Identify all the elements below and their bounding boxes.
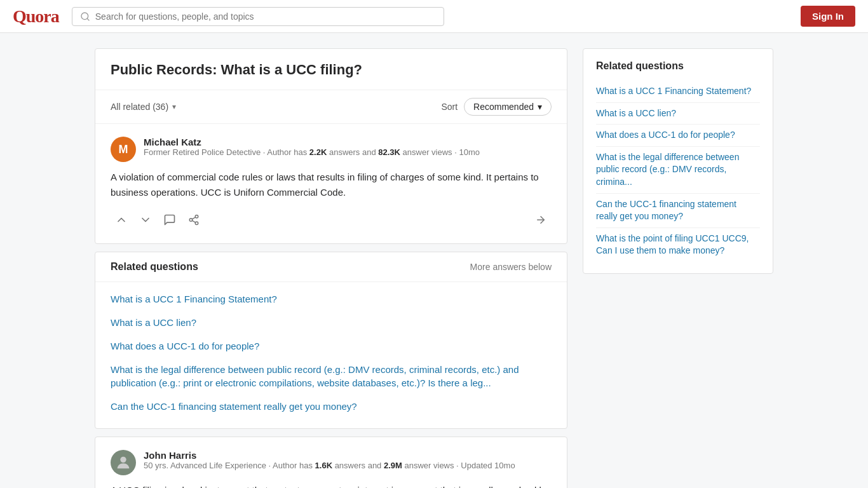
sort-section: Sort Recommended ▾: [441, 98, 552, 116]
sidebar-card: Related questions What is a UCC 1 Financ…: [583, 48, 773, 274]
person-icon: [114, 454, 132, 471]
page-container: Public Records: What is a UCC filing? Al…: [85, 33, 783, 488]
answer-actions: [111, 209, 552, 231]
author-name-2[interactable]: John Harris: [144, 450, 552, 461]
sort-bar: All related (36) ▾ Sort Recommended ▾: [95, 90, 567, 124]
upvote-icon: [115, 214, 128, 226]
quora-logo[interactable]: Quora: [13, 6, 59, 27]
sidebar-link[interactable]: What is a UCC lien?: [596, 103, 760, 125]
avatar: M: [111, 137, 136, 162]
question-title-section: Public Records: What is a UCC filing?: [95, 49, 567, 90]
author-name[interactable]: Michael Katz: [144, 137, 552, 147]
question-title: Public Records: What is a UCC filing?: [111, 62, 552, 78]
downvote-icon: [139, 214, 152, 226]
answer-card-2: John Harris 50 yrs. Advanced Life Experi…: [95, 437, 567, 488]
related-inline-link[interactable]: What is the legal difference between pub…: [111, 358, 552, 395]
related-inline-title: Related questions: [111, 261, 198, 273]
sidebar-link[interactable]: What is a UCC 1 Financing Statement?: [596, 81, 760, 103]
related-inline-link[interactable]: What is a UCC 1 Financing Statement?: [111, 287, 552, 311]
related-inline-card: Related questions More answers below Wha…: [95, 252, 567, 429]
chevron-down-icon: ▾: [538, 102, 542, 112]
upvote-button[interactable]: [111, 209, 132, 231]
svg-line-1: [87, 18, 89, 20]
author-meta-2: 50 yrs. Advanced Life Experience · Autho…: [144, 461, 552, 470]
header: Quora Sign In: [0, 0, 868, 33]
downvote-button[interactable]: [135, 209, 156, 231]
main-content: Public Records: What is a UCC filing? Al…: [95, 48, 567, 488]
forward-icon: [535, 214, 546, 226]
chevron-down-icon: ▾: [172, 102, 176, 111]
all-related-toggle[interactable]: All related (36) ▾: [111, 102, 176, 112]
answer-text-2a: A UCC filing is a legal instrument that …: [111, 483, 552, 488]
sidebar-related-title: Related questions: [596, 60, 760, 72]
svg-point-8: [120, 457, 126, 463]
sidebar-link[interactable]: What is the legal difference between pub…: [596, 147, 760, 194]
svg-line-6: [192, 217, 195, 219]
sidebar-link[interactable]: Can the UCC-1 financing statement really…: [596, 194, 760, 228]
share-icon: [188, 214, 200, 226]
author-info-2: John Harris 50 yrs. Advanced Life Experi…: [144, 450, 552, 470]
related-inline-link[interactable]: Can the UCC-1 financing statement really…: [111, 395, 552, 418]
sidebar-link[interactable]: What does a UCC-1 do for people?: [596, 125, 760, 147]
comment-button[interactable]: [159, 209, 180, 231]
related-inline-header: Related questions More answers below: [95, 252, 567, 282]
author-meta: Former Retired Police Detective · Author…: [144, 147, 552, 157]
related-inline-link[interactable]: What is a UCC lien?: [111, 311, 552, 334]
more-answers-below: More answers below: [470, 262, 552, 272]
author-info: Michael Katz Former Retired Police Detec…: [144, 137, 552, 157]
question-card: Public Records: What is a UCC filing? Al…: [95, 48, 567, 244]
all-related-label: All related (36): [111, 102, 168, 112]
forward-button[interactable]: [530, 209, 552, 231]
related-inline-list: What is a UCC 1 Financing Statement? Wha…: [95, 282, 567, 428]
sidebar-link[interactable]: What is the point of filing UCC1 UCC9, C…: [596, 228, 760, 262]
comment-icon: [163, 214, 176, 226]
sign-in-button[interactable]: Sign In: [801, 6, 855, 27]
share-button[interactable]: [183, 209, 205, 231]
sort-dropdown[interactable]: Recommended ▾: [464, 98, 552, 116]
search-icon: [80, 11, 90, 22]
answer-item: M Michael Katz Former Retired Police Det…: [95, 124, 567, 243]
sort-label: Sort: [441, 102, 458, 112]
sidebar: Related questions What is a UCC 1 Financ…: [583, 48, 773, 274]
author-row-2: John Harris 50 yrs. Advanced Life Experi…: [111, 450, 552, 475]
sort-value: Recommended: [473, 102, 534, 112]
answer-item-2: John Harris 50 yrs. Advanced Life Experi…: [95, 437, 567, 488]
svg-line-5: [192, 220, 195, 222]
answer-text: A violation of commercial code rules or …: [111, 170, 552, 200]
avatar-2: [111, 450, 136, 475]
search-input[interactable]: [95, 11, 437, 22]
search-bar: [72, 7, 445, 26]
author-row: M Michael Katz Former Retired Police Det…: [111, 137, 552, 162]
related-inline-link[interactable]: What does a UCC-1 do for people?: [111, 334, 552, 358]
